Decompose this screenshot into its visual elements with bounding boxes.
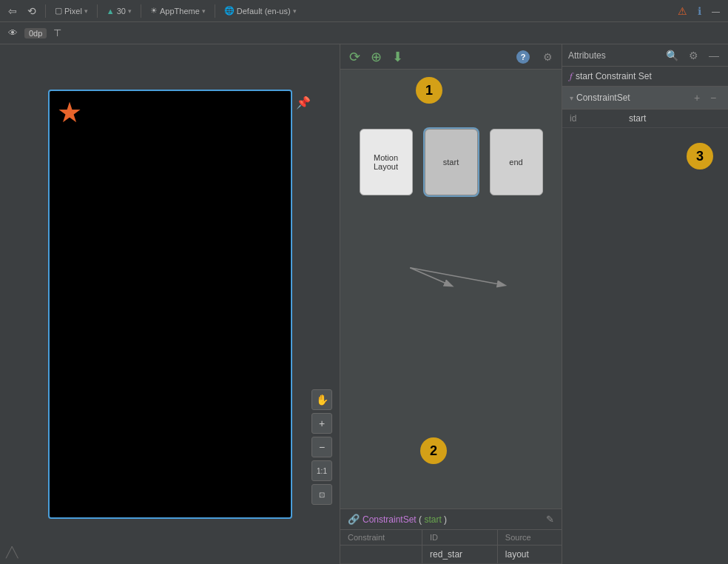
constraint-table: Constraint ID Source red_star layout bbox=[340, 530, 562, 564]
add-constraint-btn[interactable]: ⊕ bbox=[368, 47, 385, 67]
ruler-btn[interactable]: ⊤ bbox=[50, 26, 65, 40]
motion-toolbar: ⟳ ⊕ ⬇ ? ⚙ bbox=[340, 44, 562, 70]
start-box[interactable]: start bbox=[425, 129, 478, 195]
constraint-open: ( bbox=[419, 514, 422, 525]
hand-tool-btn[interactable]: ✋ bbox=[311, 389, 332, 410]
search-btn[interactable]: 🔍 bbox=[663, 48, 681, 63]
constraint-close: ) bbox=[444, 514, 447, 525]
badge-1: 1 bbox=[416, 77, 442, 104]
top-toolbar: ⇦ ⟲ ▢ Pixel ▾ ▲ 30 ▾ ☀ AppTheme ▾ 🌐 Defa… bbox=[0, 0, 728, 22]
eye-btn[interactable]: 👁 bbox=[4, 26, 21, 40]
error-icon-btn[interactable]: ⚠ bbox=[674, 4, 691, 19]
toolbar-icon-refresh: ⟲ bbox=[27, 5, 36, 17]
locale-selector[interactable]: 🌐 Default (en-us) ▾ bbox=[220, 4, 300, 17]
constraint-header: 🔗 ConstraintSet ( start ) ✎ bbox=[340, 509, 562, 530]
minimize-btn[interactable]: — bbox=[708, 5, 724, 17]
edit-btn[interactable]: ✎ bbox=[546, 514, 554, 525]
badge-2: 2 bbox=[420, 437, 447, 464]
plus-icon: + bbox=[319, 417, 325, 429]
pin-icon: 📌 bbox=[296, 95, 311, 110]
section-label: ConstraintSet bbox=[576, 93, 630, 103]
eye-icon: 👁 bbox=[8, 27, 18, 38]
attributes-title: Attributes bbox=[568, 50, 658, 61]
constraint-title: ConstraintSet ( start ) bbox=[363, 514, 543, 525]
dp-value: 0dp bbox=[29, 29, 42, 38]
settings-motion-btn[interactable]: ⚙ bbox=[540, 49, 556, 65]
separator-4 bbox=[215, 4, 215, 18]
locale-chevron: ▾ bbox=[293, 7, 297, 15]
remove-attr-btn[interactable]: − bbox=[706, 90, 721, 105]
separator-2 bbox=[97, 4, 98, 18]
source-cell: layout bbox=[497, 545, 562, 564]
gear-icon: ⚙ bbox=[543, 51, 553, 63]
diagonal-icon: ╱╲ bbox=[6, 546, 18, 558]
add-connection-btn[interactable]: ⟳ bbox=[346, 47, 363, 67]
zoom-in-btn[interactable]: + bbox=[311, 413, 332, 434]
start-label: start bbox=[443, 158, 459, 167]
canvas-area[interactable]: 📌 ★ bbox=[0, 44, 340, 564]
locale-label: Default (en-us) bbox=[237, 7, 291, 16]
end-label: end bbox=[509, 158, 522, 167]
badge-3: 3 bbox=[687, 143, 713, 169]
attr-rows-container: id start bbox=[562, 110, 728, 128]
svg-line-0 bbox=[410, 268, 449, 285]
constraint-value: start bbox=[424, 514, 444, 525]
diagram-container: Motion Layout start end bbox=[360, 129, 543, 195]
star-icon: ★ bbox=[57, 98, 82, 127]
table-row[interactable]: red_star layout bbox=[340, 545, 562, 564]
close-btn[interactable]: — bbox=[706, 48, 722, 63]
end-box[interactable]: end bbox=[490, 129, 543, 195]
constraint-set-title-text: start Constraint Set bbox=[576, 71, 652, 81]
second-toolbar: 👁 0dp ⊤ bbox=[0, 22, 728, 44]
section-chevron: ▾ bbox=[570, 94, 573, 102]
start-node[interactable]: start bbox=[425, 129, 478, 195]
attr-key: id bbox=[570, 113, 629, 124]
constraint-set-header: 𝑓 start Constraint Set bbox=[562, 67, 728, 87]
canvas-tools: ✋ + − 1:1 ⊡ bbox=[311, 389, 332, 505]
ruler-icon: ⊤ bbox=[53, 27, 61, 38]
col-constraint: Constraint bbox=[340, 530, 422, 545]
separator-1 bbox=[45, 4, 46, 18]
left-panel: 📌 ★ ✋ + − 1:1 ⊡ ╱╲ bbox=[0, 44, 340, 564]
zoom-out-btn[interactable]: − bbox=[311, 437, 332, 457]
warning-icon: ⚠ bbox=[678, 5, 687, 17]
toolbar-icon-btn-1[interactable]: ⇦ bbox=[4, 4, 21, 19]
help-btn[interactable]: ? bbox=[516, 50, 530, 64]
middle-panel: ⟳ ⊕ ⬇ ? ⚙ 1 bbox=[340, 44, 562, 564]
pixel-chevron: ▾ bbox=[84, 7, 88, 15]
dp-input[interactable]: 0dp bbox=[24, 28, 47, 38]
theme-selector[interactable]: ☀ AppTheme ▾ bbox=[146, 4, 209, 17]
zoom-selector[interactable]: ▲ 30 ▾ bbox=[103, 5, 135, 17]
zoom-reset-btn[interactable]: 1:1 bbox=[311, 460, 332, 481]
motion-diagram: 1 Motion Layout bbox=[340, 70, 562, 508]
attr-section-title: ▾ ConstraintSet bbox=[570, 93, 687, 103]
motion-layout-node[interactable]: Motion Layout bbox=[360, 129, 413, 195]
id-cell: red_star bbox=[422, 545, 498, 564]
constraint-cell bbox=[340, 545, 422, 564]
pixel-selector[interactable]: ▢ Pixel ▾ bbox=[51, 4, 92, 17]
main-area: 📌 ★ ✋ + − 1:1 ⊡ ╱╲ bbox=[0, 44, 728, 564]
motion-layout-box[interactable]: Motion Layout bbox=[360, 129, 413, 195]
fit-btn[interactable]: ⊡ bbox=[311, 484, 332, 505]
add-keyframe-btn[interactable]: ⬇ bbox=[389, 47, 406, 67]
theme-icon: ☀ bbox=[150, 6, 158, 16]
add-attr-btn[interactable]: + bbox=[690, 90, 704, 105]
attributes-section-bar: ▾ ConstraintSet + − bbox=[562, 87, 728, 110]
end-node[interactable]: end bbox=[490, 129, 543, 195]
attr-value: start bbox=[629, 113, 721, 124]
right-panel: Attributes 🔍 ⚙ — 𝑓 start Constraint Set … bbox=[562, 44, 728, 564]
constraint-keyword: ConstraintSet bbox=[363, 514, 417, 525]
pixel-icon: ▢ bbox=[55, 6, 62, 16]
motion-layout-label: Motion Layout bbox=[374, 153, 398, 171]
error-info-btn[interactable]: ℹ bbox=[694, 4, 705, 19]
mountain-icon: ▲ bbox=[107, 7, 115, 16]
constraint-panel: 🔗 ConstraintSet ( start ) ✎ Constraint I… bbox=[340, 508, 562, 564]
phone-frame: ★ bbox=[48, 90, 292, 519]
svg-line-1 bbox=[410, 268, 502, 285]
locale-icon: 🌐 bbox=[224, 6, 235, 16]
toolbar-icon-btn-2[interactable]: ⟲ bbox=[24, 4, 40, 19]
zoom-chevron: ▾ bbox=[128, 7, 132, 15]
settings-btn[interactable]: ⚙ bbox=[686, 48, 701, 63]
hand-icon: ✋ bbox=[316, 394, 328, 406]
zoom-label: 30 bbox=[117, 7, 126, 16]
